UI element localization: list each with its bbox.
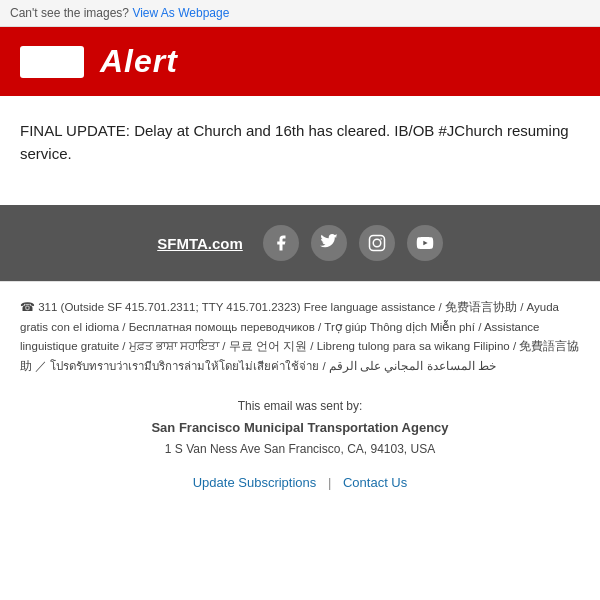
muni-logo [20, 46, 84, 78]
org-name: San Francisco Municipal Transportation A… [20, 417, 580, 439]
footer-links-row: SFMTA.com [16, 225, 584, 261]
info-section: ☎ 311 (Outside SF 415.701.2311; TTY 415.… [0, 281, 600, 384]
svg-point-2 [380, 238, 382, 240]
svg-rect-0 [369, 236, 384, 251]
alert-title: Alert [100, 43, 178, 80]
facebook-icon[interactable] [263, 225, 299, 261]
youtube-icon[interactable] [407, 225, 443, 261]
muni-logo-svg [26, 50, 78, 74]
social-icons [263, 225, 443, 261]
instagram-icon[interactable] [359, 225, 395, 261]
contact-us-link[interactable]: Contact Us [343, 475, 407, 490]
update-subscriptions-link[interactable]: Update Subscriptions [193, 475, 317, 490]
twitter-icon[interactable] [311, 225, 347, 261]
sfmta-link[interactable]: SFMTA.com [157, 235, 243, 252]
top-bar: Can't see the images? View As Webpage [0, 0, 600, 27]
message-body: FINAL UPDATE: Delay at Church and 16th h… [0, 96, 600, 205]
org-address: 1 S Van Ness Ave San Francisco, CA, 9410… [20, 439, 580, 459]
alert-message-text: FINAL UPDATE: Delay at Church and 16th h… [20, 122, 569, 162]
footer-band: SFMTA.com [0, 205, 600, 281]
bottom-links: Update Subscriptions | Contact Us [0, 465, 600, 520]
sender-info: This email was sent by: San Francisco Mu… [0, 384, 600, 465]
alert-header: Alert [0, 27, 600, 96]
link-separator: | [328, 475, 331, 490]
svg-point-1 [373, 239, 381, 247]
sent-by-label: This email was sent by: [20, 396, 580, 416]
cant-see-text: Can't see the images? [10, 6, 129, 20]
view-as-webpage-link[interactable]: View As Webpage [132, 6, 229, 20]
phone-language-text: ☎ 311 (Outside SF 415.701.2311; TTY 415.… [20, 301, 579, 372]
